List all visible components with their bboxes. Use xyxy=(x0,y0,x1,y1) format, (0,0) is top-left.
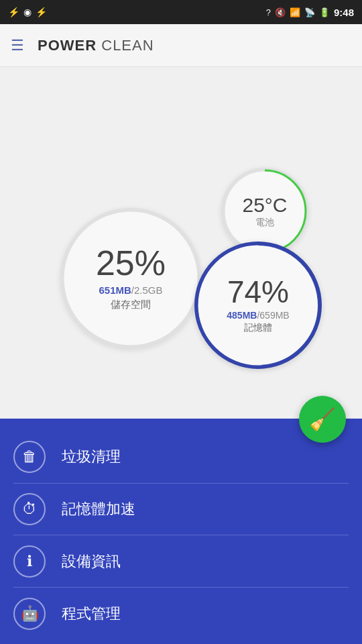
circles-container: 25% 651MB/2.5GB 儲存空間 25°C 電池 xyxy=(40,168,322,409)
svg-point-2 xyxy=(224,170,306,252)
memory-icon-wrap: ⏱ xyxy=(13,493,46,525)
info-icon: ℹ xyxy=(27,553,32,570)
storage-arc-wrap xyxy=(60,208,201,349)
status-right-icons: ? 🔇 📶 📡 🔋 9:48 xyxy=(266,7,354,18)
menu-item-apps[interactable]: 🤖 程式管理 xyxy=(13,592,349,635)
divider-3 xyxy=(13,587,349,588)
app-title: POWER CLEAN xyxy=(38,37,154,54)
time-display: 9:48 xyxy=(334,7,354,18)
menu-label-memory: 記憶體加速 xyxy=(62,499,135,519)
memory-arc-wrap xyxy=(194,241,322,369)
usb-icon-1: ⚡ xyxy=(8,7,19,17)
divider-2 xyxy=(13,535,349,535)
top-bar: ☰ POWER CLEAN xyxy=(0,24,362,67)
android-icon: ◉ xyxy=(23,7,32,17)
title-power: POWER xyxy=(38,37,97,54)
status-bar: ⚡ ◉ ⚡ ? 🔇 📶 📡 🔋 9:48 xyxy=(0,0,362,24)
status-left-icons: ⚡ ◉ ⚡ xyxy=(8,7,47,17)
timer-icon: ⏱ xyxy=(22,500,37,518)
svg-point-5 xyxy=(197,244,319,366)
mute-icon: 🔇 xyxy=(275,7,286,17)
signal-icon: 📡 xyxy=(304,7,315,17)
wifi-icon: 📶 xyxy=(290,7,300,17)
menu-item-trash[interactable]: 🗑 垃圾清理 xyxy=(13,435,349,478)
usb-icon-2: ⚡ xyxy=(36,7,47,17)
bottom-panel: 🧹 🗑 垃圾清理 ⏱ 記憶體加速 ℹ 設備資訊 🤖 xyxy=(0,419,362,644)
android-apps-icon: 🤖 xyxy=(21,605,39,623)
svg-point-3 xyxy=(224,170,306,252)
question-icon: ? xyxy=(266,7,271,17)
info-icon-wrap: ℹ xyxy=(13,545,46,578)
menu-item-memory[interactable]: ⏱ 記憶體加速 xyxy=(13,488,349,531)
divider-1 xyxy=(13,483,349,484)
trash-icon-wrap: 🗑 xyxy=(13,441,46,473)
menu-list: 🗑 垃圾清理 ⏱ 記憶體加速 ℹ 設備資訊 🤖 程式管理 xyxy=(0,427,362,644)
hamburger-menu-button[interactable]: ☰ xyxy=(11,37,24,54)
menu-label-info: 設備資訊 xyxy=(62,551,121,572)
trash-icon: 🗑 xyxy=(22,448,37,466)
svg-point-4 xyxy=(197,244,319,366)
clean-fab-button[interactable]: 🧹 xyxy=(299,396,346,443)
menu-label-apps: 程式管理 xyxy=(62,604,121,624)
broom-icon: 🧹 xyxy=(309,407,336,432)
svg-point-0 xyxy=(63,211,198,346)
storage-arc-svg xyxy=(60,208,201,349)
svg-point-1 xyxy=(63,211,198,346)
menu-item-info[interactable]: ℹ 設備資訊 xyxy=(13,540,349,583)
title-clean: CLEAN xyxy=(97,37,154,54)
battery-icon: 🔋 xyxy=(319,7,330,17)
apps-icon-wrap: 🤖 xyxy=(13,598,46,630)
menu-label-trash: 垃圾清理 xyxy=(62,447,121,467)
memory-arc-svg xyxy=(194,241,322,369)
